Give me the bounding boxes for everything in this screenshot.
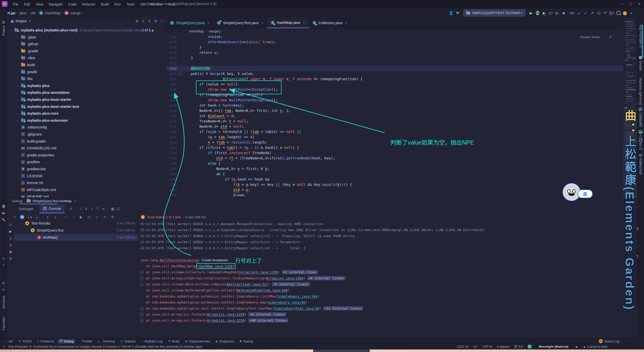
close-session-icon[interactable]: ✕ (74, 199, 76, 203)
code-line-1228[interactable]: 1228 throw new NullPointerException(); (167, 98, 623, 103)
toolwindow-button-mybatis-log[interactable]: ◖MyBatis Log (139, 339, 165, 343)
git-push-icon[interactable]: ↗ (589, 10, 595, 16)
tab-debugger[interactable]: Debugger (19, 207, 33, 211)
code-line-1222[interactable]: 1222 @Override (167, 66, 623, 71)
ime-floating-widget[interactable]: 英 (563, 184, 596, 200)
expand-frames-icon[interactable]: + (140, 319, 143, 322)
code-editor[interactable]: 1216 ++size;1217 afterNodeInsertion(evic… (167, 34, 623, 197)
sort-duration-icon[interactable]: ⇣: (34, 215, 40, 219)
code-line-1218[interactable]: 1218 } (167, 45, 623, 50)
tool-stripe-project[interactable]: Project (2, 26, 6, 36)
toolwindow-button-statistic[interactable]: ◴Statistic (118, 339, 138, 343)
close-tab-icon[interactable]: ✕ (345, 21, 348, 25)
tree-item-gitee[interactable]: ›.gitee (17, 34, 36, 40)
chevron-right-icon[interactable]: › (17, 105, 21, 108)
code-line-1238[interactable]: 1238 if (first instanceof TreeNode) (167, 150, 623, 156)
expand-all-icon[interactable]: ↥ (142, 19, 145, 23)
target-icon[interactable]: ◎ (1, 256, 6, 260)
internal-lines-badge[interactable]: <6 internal lines> (272, 282, 310, 286)
chevron-right-icon[interactable]: › (17, 119, 21, 122)
debug-session-tab[interactable]: SimpleQueryTest.testMap (33, 199, 72, 203)
code-line-1220[interactable]: 1220 } (167, 55, 623, 61)
layout-menu-icon[interactable]: ≡ (68, 207, 74, 211)
indent-style[interactable]: 4 spaces (497, 345, 510, 348)
code-line-1224[interactable]: 1224 BiFunction<? super V, ? super V, ? … (167, 76, 623, 82)
search-icon[interactable] (615, 10, 622, 16)
expand-frames-icon[interactable]: + (140, 271, 143, 274)
history-icon[interactable]: ◷ (595, 10, 602, 16)
show-passed-icon[interactable]: ✓ (12, 215, 18, 219)
source-link[interactable]: ArrayList.java:1384 (266, 276, 303, 280)
toolwindow-button-todo[interactable]: ☰TODO (16, 339, 34, 343)
code-line-1239[interactable]: 1239 old = (t = (TreeNode<K,V>)first).ge… (167, 156, 623, 161)
tree-root-mybatis-plus[interactable]: ⌄mybatis-plus [mybatis-plus-root] - D:\p… (11, 27, 154, 33)
code-line-1221[interactable]: 1221 (167, 61, 623, 66)
toolwindow-button-profiler[interactable]: ◔Profiler (77, 339, 95, 343)
inspections-ok-icon[interactable]: ✓ (609, 34, 612, 39)
menu-item-navigate[interactable]: Navigate (47, 2, 65, 7)
git-branch[interactable]: 3.0 (515, 345, 523, 348)
plugin-play-icon[interactable]: ◗ (628, 10, 635, 16)
tree-item-mybatisplusannotation[interactable]: ›mybatis-plus-annotation (17, 89, 69, 96)
internal-lines-badge[interactable]: <48 internal lines> (248, 318, 288, 323)
settings-gear-icon[interactable]: ⚙ (1, 281, 6, 285)
expand-frames-icon[interactable]: + (140, 277, 143, 280)
breadcrumb-item-rtjar[interactable]: rt.jar (8, 11, 16, 15)
breadcrumb-class[interactable]: HashMap (189, 29, 204, 33)
chevron-right-icon[interactable]: › (17, 77, 21, 80)
debug-bug-icon[interactable] (1, 204, 6, 209)
tree-item-gradle[interactable]: ›.gradle (17, 48, 38, 54)
source-link[interactable]: ArrayList.java:1259 (207, 313, 245, 316)
reader-mode-label[interactable]: Reader Mode (580, 35, 600, 39)
chevron-right-icon[interactable]: › (17, 50, 21, 53)
status-message[interactable]: Key Promoter X: Command Go to Declaratio… (8, 345, 202, 348)
code-line-1242[interactable]: 1242 do { (167, 171, 623, 177)
event-log-button[interactable]: 9+ Event Log (599, 339, 619, 343)
menu-item-run[interactable]: Run (112, 2, 123, 7)
git-sync-status[interactable]: ▲ 1 Δ/up-to-date (583, 345, 608, 348)
stack-frame[interactable]: +at java.util.ArrayList.forEach(ArrayLis… (140, 318, 363, 324)
source-link[interactable]: SimpleQuery.java:144 (278, 294, 317, 298)
close-tab-icon[interactable]: ✕ (261, 21, 264, 25)
tree-item-LICENSE[interactable]: ≡LICENSE (17, 172, 43, 179)
editor-scrollbar-thumb[interactable] (642, 25, 643, 58)
override-marker-icon[interactable]: ↥ (178, 72, 182, 76)
code-line-1227[interactable]: 1227 if (remappingFunction == null) (167, 92, 623, 98)
evaluate-icon[interactable]: ▦ (110, 207, 115, 211)
tree-item-mybatispluscore[interactable]: ›mybatis-plus-core (17, 110, 59, 117)
maximize-icon[interactable]: ▢ (626, 0, 635, 8)
tree-item-licensetxt[interactable]: ≡license.txt (17, 180, 43, 186)
force-step-into-icon[interactable]: ⇣ (89, 207, 95, 211)
tool-stripe-favorites[interactable]: Favorites (2, 317, 6, 330)
code-line-1245[interactable]: 1245 old = e; (167, 187, 623, 193)
breadcrumb-item-util[interactable]: util (30, 11, 35, 15)
chevron-down-icon[interactable]: ⌄ (27, 229, 31, 232)
tree-item-editorconfig[interactable]: ⚙.editorconfig (17, 124, 47, 131)
tree-item-mybatisplus[interactable]: ›mybatis-plus (17, 82, 50, 89)
test-tree-class[interactable]: ⌄ ✕ SimpleQueryTest 3 sec 239 ms (14, 227, 138, 234)
minimize-icon[interactable]: — (618, 0, 626, 8)
panel-settings-icon[interactable]: ⚙ (154, 19, 157, 23)
source-link[interactable]: AbstractTask.java:327 (227, 282, 268, 286)
tree-item-mybatisplusbootstartertest[interactable]: ›mybatis-plus-boot-starter-test (17, 103, 79, 110)
stack-frame[interactable]: +at java.util.ArrayList.forEach(ArrayLis… (140, 312, 363, 318)
locate-file-icon[interactable]: ⊕ (135, 19, 138, 23)
tree-item-gradle[interactable]: ›gradle (17, 68, 37, 75)
internal-lines-badge[interactable]: <1 internal line> (282, 270, 318, 274)
pause-icon[interactable]: ∥ (10, 236, 12, 240)
expand-frames-icon[interactable]: + (140, 307, 143, 310)
mute-breakpoints-icon[interactable]: ⊘ (20, 215, 24, 219)
debug-button[interactable] (534, 10, 541, 16)
toolwindow-button-build[interactable]: ⚒Build (166, 339, 181, 343)
wrench-icon[interactable]: 🔧 (1, 217, 6, 222)
expand-all-icon[interactable]: ∧ (45, 215, 50, 219)
collapse-all-icon[interactable]: ↧ (148, 19, 151, 23)
chevron-right-icon[interactable]: › (17, 84, 21, 87)
chevron-down-icon[interactable]: ⌄ (21, 222, 25, 225)
view-breakpoints-icon[interactable]: ◉ (9, 250, 12, 254)
run-button[interactable]: ▶ (528, 10, 534, 16)
profiler-button[interactable]: ◴▾ (547, 10, 554, 16)
next-failed-icon[interactable]: ↓ (71, 215, 76, 219)
rerun-failed-icon[interactable]: ▶ (78, 215, 84, 219)
code-line-1223[interactable]: 1223↥ public V merge(K key, V value, (167, 71, 623, 76)
